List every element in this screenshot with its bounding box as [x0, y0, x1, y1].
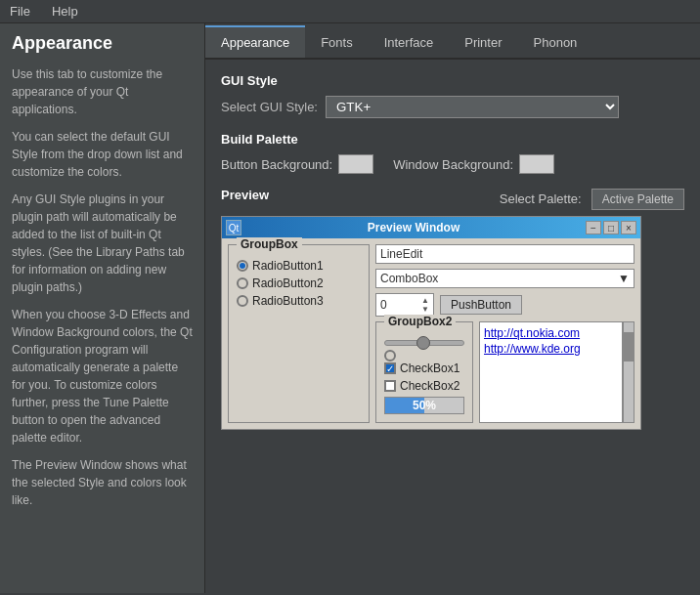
sidebar-para-5: The Preview Window shows what the select… [12, 456, 193, 509]
groupbox2-title: GroupBox2 [384, 315, 456, 328]
progress-bar: 50% [384, 397, 464, 414]
radio-button-1-circle[interactable] [237, 260, 248, 272]
tab-phonon[interactable]: Phonon [518, 25, 593, 58]
preview-title: Preview [221, 188, 269, 202]
checkbox-1-box[interactable]: ✓ [384, 362, 396, 374]
bottom-row: GroupBox2 [375, 321, 634, 423]
sidebar-title: Appearance [12, 33, 193, 54]
menu-file[interactable]: File [4, 2, 36, 21]
tab-appearance[interactable]: Appearance [205, 25, 305, 58]
extra-radio [384, 350, 464, 361]
qt-icon: Qt [226, 220, 241, 235]
links-panel: http://qt.nokia.com http://www.kde.org [479, 321, 623, 423]
combo-box[interactable]: ComboBox ▼ [375, 269, 634, 288]
section-gui-style: GUI Style Select GUI Style: GTK+ [221, 73, 684, 118]
gui-style-row: Select GUI Style: GTK+ [221, 96, 684, 118]
preview-right: ComboBox ▼ 0 ▲ ▼ [375, 244, 634, 423]
radio-button-3-circle[interactable] [237, 295, 248, 307]
spinner[interactable]: 0 ▲ ▼ [375, 293, 434, 317]
radio-label-2: RadioButton2 [252, 276, 324, 290]
slider-thumb [416, 336, 430, 350]
gui-style-title: GUI Style [221, 73, 684, 88]
scrollbar[interactable] [623, 321, 634, 423]
checkbox-row-2: CheckBox2 [384, 379, 464, 393]
groupbox1-title: GroupBox [237, 237, 302, 251]
button-bg-item: Button Background: [221, 154, 373, 174]
window-bg-label: Window Background: [393, 157, 513, 172]
progress-label: 50% [385, 398, 463, 413]
line-edit[interactable] [375, 244, 634, 264]
close-button[interactable]: × [621, 221, 636, 234]
radio-button-2-circle[interactable] [237, 277, 248, 289]
preview-titlebar: Qt Preview Window − □ × [222, 217, 640, 238]
tab-fonts[interactable]: Fonts [305, 25, 369, 58]
menubar: File Help [0, 0, 700, 23]
tab-printer[interactable]: Printer [449, 25, 517, 58]
section-preview: Preview Select Palette: Active Palette Q… [221, 188, 684, 430]
minimize-button[interactable]: − [586, 221, 601, 234]
titlebar-buttons: − □ × [586, 221, 636, 234]
tab-bar: Appearance Fonts Interface Printer Phono… [205, 23, 700, 60]
spinner-row: 0 ▲ ▼ PushButton [375, 293, 634, 317]
build-palette-title: Build Palette [221, 132, 684, 147]
button-bg-label: Button Background: [221, 157, 332, 172]
link-2[interactable]: http://www.kde.org [484, 342, 618, 356]
select-palette-label: Select Palette: [500, 191, 582, 206]
window-bg-color[interactable] [519, 154, 554, 174]
preview-window-title: Preview Window [245, 221, 582, 234]
button-bg-color[interactable] [338, 154, 373, 174]
tab-content-appearance: GUI Style Select GUI Style: GTK+ Build P… [205, 60, 700, 593]
active-palette-badge[interactable]: Active Palette [591, 189, 684, 210]
radio-row-1: RadioButton1 [237, 259, 361, 273]
combo-arrow-icon: ▼ [618, 272, 630, 285]
push-button[interactable]: PushButton [440, 295, 522, 315]
radio-row-3: RadioButton3 [237, 294, 361, 308]
preview-window: Qt Preview Window − □ × GroupBox [221, 216, 641, 430]
preview-body: GroupBox RadioButton1 RadioButton2 [222, 238, 640, 429]
content-area: Appearance Fonts Interface Printer Phono… [205, 23, 700, 593]
section-build-palette: Build Palette Button Background: Window … [221, 132, 684, 174]
sidebar-para-3: Any GUI Style plugins in your plugin pat… [12, 191, 193, 296]
checkbox-2-box[interactable] [384, 380, 396, 392]
sidebar: Appearance Use this tab to customize the… [0, 23, 205, 593]
tab-interface[interactable]: Interface [369, 25, 450, 58]
groupbox1: GroupBox RadioButton1 RadioButton2 [228, 244, 370, 423]
checkbox-2-label: CheckBox2 [400, 379, 459, 393]
sidebar-para-1: Use this tab to customize the appearance… [12, 65, 193, 118]
palette-row: Button Background: Window Background: [221, 154, 684, 174]
radio-label-1: RadioButton1 [252, 259, 324, 273]
main-layout: Appearance Use this tab to customize the… [0, 23, 700, 593]
links-area: http://qt.nokia.com http://www.kde.org [479, 321, 634, 423]
gui-style-select[interactable]: GTK+ [326, 96, 619, 118]
slider[interactable] [384, 340, 464, 346]
groupbox2: GroupBox2 [375, 321, 473, 423]
radio-row-2: RadioButton2 [237, 276, 361, 290]
gui-style-select-label: Select GUI Style: [221, 100, 318, 114]
window-bg-item: Window Background: [393, 154, 554, 174]
checkbox-row-1: ✓ CheckBox1 [384, 361, 464, 375]
radio-label-3: RadioButton3 [252, 294, 324, 308]
link-1[interactable]: http://qt.nokia.com [484, 326, 618, 340]
scrollbar-thumb [624, 332, 634, 361]
sidebar-para-2: You can select the default GUI Style fro… [12, 128, 193, 181]
spinner-arrows: ▲ ▼ [421, 296, 429, 314]
menu-help[interactable]: Help [46, 2, 84, 21]
restore-button[interactable]: □ [603, 221, 619, 234]
extra-radio-circle[interactable] [384, 350, 396, 361]
sidebar-para-4: When you choose 3-D Effects and Window B… [12, 306, 193, 446]
checkbox-1-label: CheckBox1 [400, 361, 459, 375]
preview-header: Preview Select Palette: Active Palette [221, 188, 684, 210]
